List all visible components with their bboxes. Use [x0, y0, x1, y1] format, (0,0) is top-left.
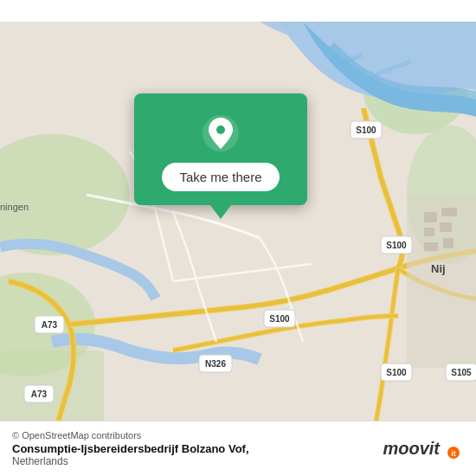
moovit-logo-icon: it: [443, 439, 464, 460]
svg-text:ningen: ningen: [0, 202, 29, 212]
svg-text:S100: S100: [356, 125, 376, 135]
location-pin-icon: [202, 114, 240, 152]
svg-rect-11: [424, 242, 438, 251]
svg-text:Nij: Nij: [431, 262, 446, 275]
svg-text:it: it: [451, 449, 456, 458]
map-container: S100 S100 S100 S100 S105 A73 A73 N326 Sp…: [0, 0, 476, 476]
map-svg: S100 S100 S100 S100 S105 A73 A73 N326 Sp…: [0, 0, 476, 476]
svg-point-34: [216, 125, 225, 134]
svg-rect-10: [440, 222, 452, 232]
svg-text:A73: A73: [42, 320, 58, 330]
moovit-logo-text: moovit: [383, 439, 440, 459]
svg-text:A73: A73: [31, 389, 48, 399]
svg-text:S100: S100: [386, 241, 407, 250]
svg-rect-6: [407, 195, 476, 368]
bottom-left-info: © OpenStreetMap contributors Consumptie-…: [12, 430, 249, 467]
svg-text:S100: S100: [269, 314, 290, 324]
place-country: Netherlands: [12, 455, 249, 467]
take-me-there-button[interactable]: Take me there: [162, 163, 279, 191]
place-name: Consumptie-Ijsbereidersbedrijf Bolzano V…: [12, 442, 249, 455]
svg-rect-12: [443, 238, 453, 248]
svg-text:S100: S100: [386, 368, 407, 377]
svg-text:S105: S105: [451, 368, 472, 377]
svg-rect-8: [441, 208, 457, 216]
svg-rect-7: [424, 212, 437, 222]
svg-rect-9: [424, 228, 434, 236]
moovit-logo: moovit it: [383, 439, 464, 460]
popup-card: Take me there: [134, 93, 307, 205]
svg-text:N326: N326: [205, 359, 226, 369]
bottom-bar: © OpenStreetMap contributors Consumptie-…: [0, 421, 476, 476]
osm-attribution: © OpenStreetMap contributors: [12, 430, 249, 441]
